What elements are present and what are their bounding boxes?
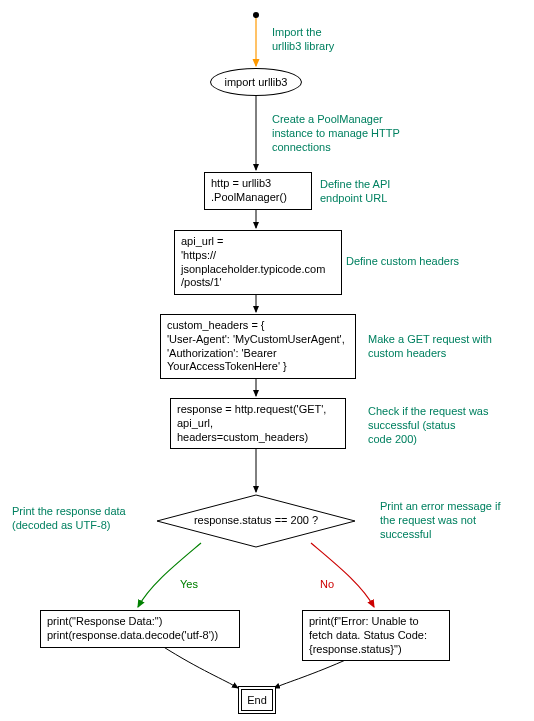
node-hdr-l2: 'User-Agent': 'MyCustomUserAgent',	[167, 333, 349, 347]
node-error: print(f"Error: Unable to fetch data. Sta…	[302, 610, 450, 661]
node-err-l1: print(f"Error: Unable to	[309, 615, 443, 629]
node-err-l3: {response.status}")	[309, 643, 443, 657]
edge-label-no: No	[320, 578, 334, 590]
node-success: print("Response Data:") print(response.d…	[40, 610, 240, 648]
annotation-poolmanager: Create a PoolManager instance to manage …	[272, 113, 400, 154]
node-import-label: import urllib3	[225, 76, 288, 88]
node-end: End	[238, 686, 276, 714]
node-req-l2: api_url,	[177, 417, 339, 431]
node-headers: custom_headers = { 'User-Agent': 'MyCust…	[160, 314, 356, 379]
edge-label-yes: Yes	[180, 578, 198, 590]
node-api-l3: jsonplaceholder.typicode.com	[181, 263, 335, 277]
annotation-api: Define the API endpoint URL	[320, 178, 390, 206]
node-end-label: End	[247, 694, 267, 706]
node-decision: response.status == 200 ?	[156, 494, 356, 548]
node-suc-l1: print("Response Data:")	[47, 615, 233, 629]
node-api-l4: /posts/1'	[181, 276, 335, 290]
node-suc-l2: print(response.data.decode('utf-8'))	[47, 629, 233, 643]
node-hdr-l1: custom_headers = {	[167, 319, 349, 333]
node-api-l1: api_url =	[181, 235, 335, 249]
annotation-import: Import the urllib3 library	[272, 26, 334, 54]
node-err-l2: fetch data. Status Code:	[309, 629, 443, 643]
annotation-headers: Define custom headers	[346, 255, 459, 269]
annotation-check: Check if the request was successful (sta…	[368, 405, 488, 446]
svg-point-0	[253, 12, 259, 18]
node-poolmanager-l2: .PoolManager()	[211, 191, 305, 205]
node-poolmanager: http = urllib3 .PoolManager()	[204, 172, 312, 210]
node-import: import urllib3	[210, 68, 302, 96]
node-api-url: api_url = 'https:// jsonplaceholder.typi…	[174, 230, 342, 295]
annotation-get: Make a GET request with custom headers	[368, 333, 492, 361]
node-poolmanager-l1: http = urllib3	[211, 177, 305, 191]
annotation-error: Print an error message if the request wa…	[380, 500, 500, 541]
node-api-l2: 'https://	[181, 249, 335, 263]
node-request: response = http.request('GET', api_url, …	[170, 398, 346, 449]
node-req-l1: response = http.request('GET',	[177, 403, 339, 417]
node-hdr-l3: 'Authorization': 'Bearer	[167, 347, 349, 361]
annotation-success: Print the response data (decoded as UTF-…	[12, 505, 126, 533]
node-hdr-l4: YourAccessTokenHere' }	[167, 360, 349, 374]
node-req-l3: headers=custom_headers)	[177, 431, 339, 445]
node-decision-label: response.status == 200 ?	[156, 514, 356, 526]
